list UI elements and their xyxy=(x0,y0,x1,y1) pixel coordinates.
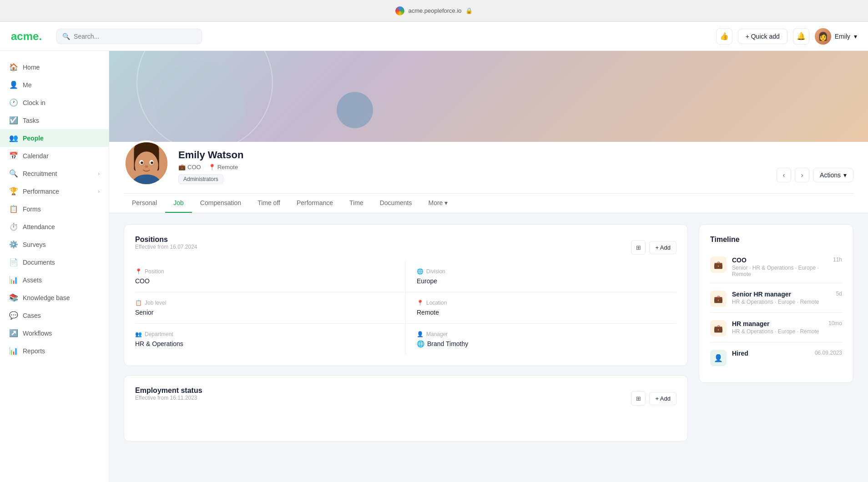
positions-title-group: Positions Effective from 16.07.2024 xyxy=(135,236,197,259)
positions-title: Positions xyxy=(135,236,197,244)
positions-subtitle: Effective from 16.07.2024 xyxy=(135,244,197,250)
recruitment-icon: 🔍 xyxy=(9,169,17,178)
employment-add-button[interactable]: + Add xyxy=(649,392,676,405)
profile-meta: 💼 COO 📍 Remote xyxy=(178,164,767,171)
workflows-icon: ↗️ xyxy=(9,329,17,337)
actions-dropdown-button[interactable]: Actions ▾ xyxy=(813,168,853,182)
positions-card-header: Positions Effective from 16.07.2024 ⊞ + … xyxy=(135,236,676,259)
timeline-body-senior-hr: Senior HR manager HR & Operations · Euro… xyxy=(732,291,831,305)
performance-arrow: › xyxy=(98,188,100,195)
timeline-title-senior-hr: Senior HR manager xyxy=(732,291,831,298)
timeline-sub-senior-hr: HR & Operations · Europe · Remote xyxy=(732,299,831,305)
sidebar-item-clock-in[interactable]: 🕐 Clock in xyxy=(0,94,109,111)
notification-button[interactable]: 🔔 xyxy=(793,28,809,45)
browser-url: acme.peopleforce.io xyxy=(408,7,461,14)
tab-time[interactable]: Time xyxy=(341,194,372,213)
positions-card-actions: ⊞ + Add xyxy=(631,240,676,255)
right-column: Timeline 💼 COO Senior · HR & Operations … xyxy=(699,224,853,442)
user-avatar[interactable]: 👩 xyxy=(815,28,831,45)
sidebar-item-tasks[interactable]: ☑️ Tasks xyxy=(0,111,109,129)
location-meta: 📍 Remote xyxy=(208,164,238,171)
location-icon: 📍 xyxy=(208,164,216,171)
thumb-button[interactable]: 👍 xyxy=(716,28,732,45)
profile-avatar xyxy=(124,141,169,186)
sidebar-label-forms: Forms xyxy=(23,206,41,213)
left-column: Positions Effective from 16.07.2024 ⊞ + … xyxy=(124,224,688,442)
positions-add-button[interactable]: + Add xyxy=(649,241,676,254)
timeline-time-coo: 11h xyxy=(833,256,842,263)
tab-job[interactable]: Job xyxy=(165,194,192,213)
department-value: HR & Operations xyxy=(135,340,394,347)
division-value: Europe xyxy=(417,277,676,285)
tab-personal[interactable]: Personal xyxy=(124,194,165,213)
position-icon: 📍 xyxy=(135,268,142,275)
timeline-item-coo: 💼 COO Senior · HR & Operations · Europe … xyxy=(710,251,842,283)
header-right: 👍 + Quick add 🔔 👩 Emily ▾ xyxy=(716,28,857,45)
position-value: COO xyxy=(135,277,394,285)
search-bar[interactable]: 🔍 xyxy=(56,29,202,44)
tab-time-off[interactable]: Time off xyxy=(249,194,288,213)
sidebar-item-home[interactable]: 🏠 Home xyxy=(0,58,109,76)
employment-subtitle: Effective from 16.11.2023 xyxy=(135,395,202,401)
department-field: 👥 Department HR & Operations xyxy=(135,324,406,355)
sidebar-item-me[interactable]: 👤 Me xyxy=(0,76,109,94)
sidebar-item-recruitment[interactable]: 🔍 Recruitment › xyxy=(0,165,109,182)
search-input[interactable] xyxy=(74,33,196,40)
positions-view-button[interactable]: ⊞ xyxy=(631,240,646,255)
division-field: 🌐 Division Europe xyxy=(406,261,676,292)
clock-icon: 🕐 xyxy=(9,98,17,107)
main-layout: 🏠 Home 👤 Me 🕐 Clock in ☑️ Tasks 👥 People… xyxy=(0,51,868,482)
sidebar-item-reports[interactable]: 📊 Reports xyxy=(0,342,109,360)
timeline-body-coo: COO Senior · HR & Operations · Europe · … xyxy=(732,256,828,277)
sidebar-label-surveys: Surveys xyxy=(23,241,46,248)
position-field: 📍 Position COO xyxy=(135,261,406,292)
me-icon: 👤 xyxy=(9,80,17,89)
svg-point-9 xyxy=(145,166,148,168)
app-logo[interactable]: acme. xyxy=(11,30,42,43)
profile-section: Emily Watson 💼 COO 📍 Remote Administrato… xyxy=(109,142,868,213)
tab-compensation[interactable]: Compensation xyxy=(192,194,249,213)
tab-performance[interactable]: Performance xyxy=(288,194,341,213)
user-name: Emily xyxy=(835,33,850,40)
sidebar-item-forms[interactable]: 📋 Forms xyxy=(0,200,109,218)
attendance-icon: ⏱️ xyxy=(9,222,17,231)
location-pin-icon: 📍 xyxy=(417,300,424,306)
role-icon: 💼 xyxy=(178,164,186,171)
sidebar-item-workflows[interactable]: ↗️ Workflows xyxy=(0,324,109,342)
content-area: Emily Watson 💼 COO 📍 Remote Administrato… xyxy=(109,51,868,482)
location-value: Remote xyxy=(417,309,676,316)
quick-add-button[interactable]: + Quick add xyxy=(738,29,787,44)
tab-documents[interactable]: Documents xyxy=(372,194,420,213)
sidebar-item-attendance[interactable]: ⏱️ Attendance xyxy=(0,218,109,236)
timeline-title-coo: COO xyxy=(732,256,828,264)
sidebar-label-me: Me xyxy=(23,81,31,89)
prev-profile-button[interactable]: ‹ xyxy=(777,168,791,182)
sidebar-item-people[interactable]: 👥 People xyxy=(0,129,109,147)
timeline-body-hr-manager: HR manager HR & Operations · Europe · Re… xyxy=(732,320,823,335)
tab-more[interactable]: More ▾ xyxy=(420,194,456,213)
sidebar-item-assets[interactable]: 📊 Assets xyxy=(0,271,109,289)
sidebar-item-performance[interactable]: 🏆 Performance › xyxy=(0,182,109,200)
profile-info: Emily Watson 💼 COO 📍 Remote Administrato… xyxy=(178,149,767,186)
user-menu[interactable]: 👩 Emily ▾ xyxy=(815,28,857,45)
browser-bar: acme.peopleforce.io 🔒 xyxy=(0,0,868,22)
sidebar-item-cases[interactable]: 💬 Cases xyxy=(0,306,109,324)
sidebar-item-calendar[interactable]: 📅 Calendar xyxy=(0,147,109,165)
cases-icon: 💬 xyxy=(9,311,17,320)
next-profile-button[interactable]: › xyxy=(795,168,809,182)
profile-tabs: Personal Job Compensation Time off Perfo… xyxy=(124,193,853,213)
svg-point-8 xyxy=(151,161,153,164)
sidebar-label-knowledge-base: Knowledge base xyxy=(23,294,70,301)
employment-view-button[interactable]: ⊞ xyxy=(631,391,646,406)
timeline-item-senior-hr: 💼 Senior HR manager HR & Operations · Eu… xyxy=(710,285,842,313)
sidebar-item-surveys[interactable]: ⚙️ Surveys xyxy=(0,236,109,253)
sidebar-item-documents[interactable]: 📄 Documents xyxy=(0,253,109,271)
sidebar-label-recruitment: Recruitment xyxy=(23,170,57,177)
timeline-item-hired: 👤 Hired 06.09.2023 xyxy=(710,344,842,372)
sidebar-item-knowledge-base[interactable]: 📚 Knowledge base xyxy=(0,289,109,306)
timeline-body-hired: Hired xyxy=(732,350,809,358)
employment-card-header: Employment status Effective from 16.11.2… xyxy=(135,387,676,410)
employment-status-card: Employment status Effective from 16.11.2… xyxy=(124,375,688,442)
role-meta: 💼 COO xyxy=(178,164,201,171)
people-icon: 👥 xyxy=(9,134,17,142)
